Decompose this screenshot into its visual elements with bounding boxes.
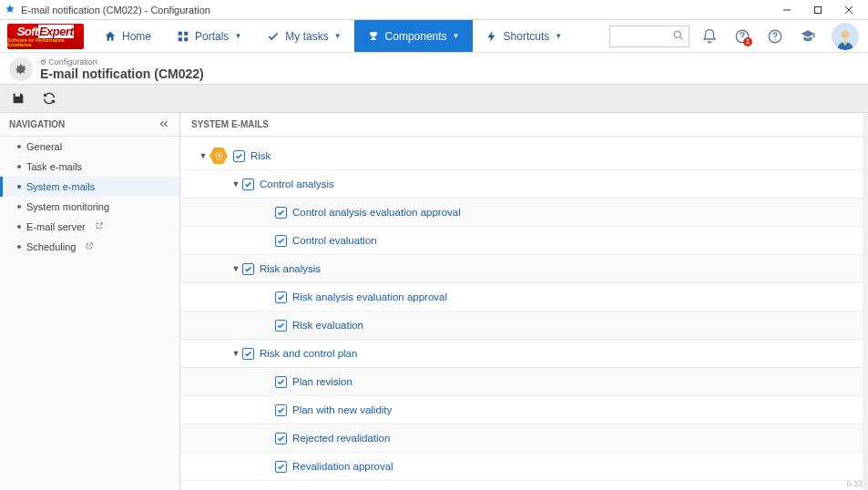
tree-row: Risk evaluation: [180, 311, 863, 340]
expand-arrow[interactable]: ▼: [230, 349, 242, 358]
tree-row: ▼Risk analysis: [180, 255, 863, 283]
graduation-icon: [800, 28, 816, 45]
tree-item-link[interactable]: Risk evaluation: [292, 320, 363, 331]
module-hex-icon: [209, 147, 228, 165]
caret-down-icon: ▼: [334, 32, 342, 40]
checkbox[interactable]: [275, 433, 287, 444]
sidebar-item-label: General: [26, 141, 62, 152]
caret-down-icon: ▼: [453, 32, 460, 40]
user-avatar[interactable]: [832, 23, 859, 50]
tree-item-link[interactable]: Revalidation approval: [292, 461, 393, 472]
checkbox[interactable]: [242, 348, 254, 360]
nav-portals[interactable]: Portals ▼: [164, 20, 254, 52]
tree-row: ▼Control analysis: [180, 170, 863, 199]
tree-item-link[interactable]: Risk analysis: [260, 263, 321, 274]
window-title: E-mail notification (CM022) - Configurat…: [21, 5, 210, 15]
save-icon: [11, 91, 26, 106]
nav-components[interactable]: Components ▼: [354, 20, 473, 52]
window-minimize-button[interactable]: [771, 1, 802, 19]
main-panel: SYSTEM E-MAILS ▼Risk▼Control analysisCon…: [180, 113, 868, 490]
svg-rect-5: [184, 31, 188, 35]
svg-rect-4: [179, 31, 182, 35]
checkbox[interactable]: [275, 320, 287, 332]
sidebar-item[interactable]: System e-mails: [0, 177, 179, 197]
sidebar-item[interactable]: General: [0, 137, 179, 157]
bullet-icon: [17, 185, 21, 189]
tree-row: Revalidation approval: [180, 453, 863, 481]
sidebar-header: NAVIGATION: [0, 113, 179, 137]
caret-down-icon: ▼: [555, 32, 562, 40]
svg-rect-1: [815, 6, 822, 13]
sidebar-item[interactable]: E-mail server: [0, 217, 179, 237]
grid-icon: [177, 30, 189, 43]
tree-item-link[interactable]: Risk: [250, 150, 271, 161]
nav-mytasks[interactable]: My tasks ▼: [254, 20, 353, 52]
refresh-icon: [42, 91, 56, 106]
checkbox[interactable]: [242, 179, 254, 190]
alerts-button[interactable]: 1: [730, 24, 755, 49]
trophy-icon: [367, 30, 380, 43]
tree-container: ▼Risk▼Control analysisControl analysis e…: [180, 137, 863, 490]
chevron-double-left-icon: [158, 117, 170, 130]
sidebar-item-label: Scheduling: [26, 241, 76, 252]
checkbox[interactable]: [275, 207, 287, 219]
expand-arrow[interactable]: ▼: [230, 179, 242, 189]
svg-point-8: [674, 31, 680, 37]
tree-item-link[interactable]: Plan revision: [292, 376, 352, 387]
tree-item-link[interactable]: Rejected revalidation: [292, 433, 390, 444]
window-close-button[interactable]: [833, 1, 864, 19]
sidebar-item[interactable]: Task e-mails: [0, 157, 179, 177]
tree-item-link[interactable]: Control analysis evaluation approval: [292, 207, 461, 218]
bolt-icon: [485, 30, 498, 43]
bullet-icon: [17, 205, 21, 209]
tree-item-link[interactable]: Control analysis: [260, 179, 334, 189]
window-maximize-button[interactable]: [802, 1, 833, 19]
sidebar-header-label: NAVIGATION: [9, 119, 65, 129]
bullet-icon: [17, 145, 21, 148]
tree-row: Risk analysis evaluation approval: [180, 283, 863, 311]
checkbox[interactable]: [275, 461, 287, 473]
tree-item-link[interactable]: Control evaluation: [292, 235, 377, 246]
sidebar-item-label: System e-mails: [26, 181, 95, 192]
svg-rect-7: [184, 37, 188, 41]
sidebar-collapse-button[interactable]: [158, 117, 170, 132]
svg-line-9: [680, 36, 683, 39]
checkbox[interactable]: [275, 404, 287, 416]
nav-home[interactable]: Home: [91, 20, 164, 52]
tree-row: ▼Risk and control plan: [180, 340, 863, 368]
main-header-label: SYSTEM E-MAILS: [191, 119, 269, 129]
academy-button[interactable]: [795, 24, 821, 49]
check-icon: [267, 30, 280, 43]
checkbox[interactable]: [275, 376, 287, 388]
tree-item-link[interactable]: Risk analysis evaluation approval: [292, 291, 447, 302]
checkbox[interactable]: [242, 263, 254, 275]
nav-portals-label: Portals: [195, 30, 229, 43]
refresh-button[interactable]: [42, 91, 56, 106]
expand-arrow[interactable]: ▼: [197, 151, 209, 160]
caret-down-icon: ▼: [234, 32, 241, 40]
nav-home-label: Home: [122, 30, 151, 43]
notifications-button[interactable]: [697, 24, 722, 49]
checkbox[interactable]: [275, 235, 287, 247]
external-link-icon: [85, 241, 94, 252]
tree-item-link[interactable]: Plan with new validity: [292, 404, 392, 415]
expand-arrow[interactable]: ▼: [230, 264, 242, 273]
nav-shortcuts[interactable]: Shortcuts ▼: [473, 20, 576, 52]
checkbox[interactable]: [275, 291, 287, 303]
svg-point-12: [842, 30, 850, 38]
save-button[interactable]: [11, 91, 26, 106]
external-link-icon: [95, 221, 104, 232]
sidebar-item[interactable]: Scheduling: [0, 237, 179, 257]
breadcrumb-parent[interactable]: Configuration: [40, 57, 204, 66]
main-header: SYSTEM E-MAILS: [180, 113, 863, 137]
brand-logo[interactable]: SoftExpert Software for Performance Exce…: [0, 20, 91, 52]
search-icon[interactable]: [672, 29, 685, 46]
checkbox[interactable]: [233, 150, 245, 162]
page-title: E-mail notification (CM022): [40, 66, 204, 81]
window-titlebar: E-mail notification (CM022) - Configurat…: [0, 0, 868, 20]
tree-row: Plan revision: [180, 368, 863, 396]
help-button[interactable]: [762, 24, 788, 49]
sidebar-item[interactable]: System monitoring: [0, 197, 179, 217]
tree-row: Rejected revalidation: [180, 424, 863, 453]
tree-item-link[interactable]: Risk and control plan: [260, 348, 357, 359]
